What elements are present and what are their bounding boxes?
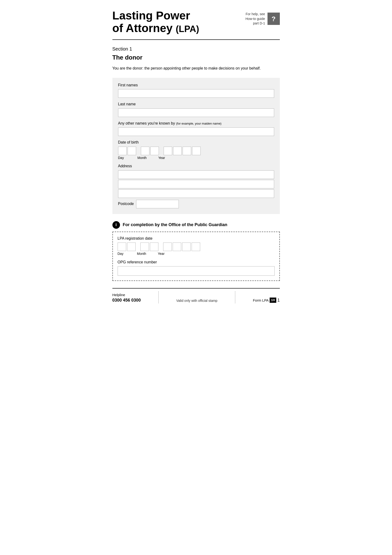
other-names-label: Any other names you're known by (for exa… [118, 121, 274, 126]
section-description: You are the donor: the person appointing… [112, 66, 280, 71]
footer-divider-left [158, 291, 159, 303]
date-of-birth-label: Date of birth [118, 140, 274, 145]
section-label: Section 1 [112, 45, 280, 52]
opg-year-label: Year [158, 252, 164, 256]
opg-ref-input[interactable] [118, 266, 275, 276]
postcode-row: Postcode [118, 200, 274, 208]
postcode-label: Postcode [118, 201, 134, 206]
opg-month-input-2[interactable] [150, 242, 158, 251]
last-name-label: Last name [118, 102, 274, 107]
footer-divider-right [235, 291, 235, 303]
opg-header: i For completion by the Office of the Pu… [112, 221, 280, 229]
opg-section: i For completion by the Office of the Pu… [112, 221, 280, 281]
year-input-4[interactable] [192, 147, 201, 155]
opg-month-label: Month [137, 252, 158, 256]
opg-year-input-4[interactable] [192, 242, 200, 251]
address-label: Address [118, 163, 274, 169]
opg-reg-date-label: LPA registration date [118, 236, 275, 241]
address-line-1[interactable] [118, 170, 274, 179]
opg-day-input-2[interactable] [127, 242, 136, 251]
year-input-3[interactable] [183, 147, 191, 155]
year-group [164, 147, 201, 155]
helpline-label: Helpline [112, 292, 141, 297]
opg-day-group [118, 242, 136, 251]
helpline-phone: 0300 456 0300 [112, 297, 141, 303]
header-divider [112, 39, 280, 40]
other-names-input[interactable] [118, 127, 274, 136]
main-title: Lasting Power of Attorney (LPA) [112, 9, 199, 35]
month-group [141, 147, 159, 155]
month-input-1[interactable] [141, 147, 150, 155]
opg-month-input-1[interactable] [140, 242, 149, 251]
footer-form-id: Form LPA 1H 1 [253, 297, 280, 303]
opg-year-input-3[interactable] [182, 242, 191, 251]
year-input-2[interactable] [173, 147, 182, 155]
page-header: Lasting Power of Attorney (LPA) For help… [112, 9, 280, 35]
opg-day-input-1[interactable] [118, 242, 126, 251]
day-input-1[interactable] [118, 147, 127, 155]
opg-day-label: Day [118, 252, 137, 256]
address-line-2[interactable] [118, 180, 274, 188]
day-group [118, 147, 136, 155]
day-input-2[interactable] [128, 147, 136, 155]
date-labels: Day Month Year [118, 156, 274, 161]
date-of-birth-row [118, 147, 274, 155]
page-number: 1 [277, 297, 280, 303]
opg-date-row [118, 242, 275, 251]
form-label: Form LPA [253, 298, 268, 303]
donor-form-section: First names Last name Any other names yo… [112, 78, 280, 214]
postcode-input[interactable] [136, 200, 179, 208]
first-names-input[interactable] [118, 89, 274, 98]
last-name-input[interactable] [118, 109, 274, 117]
help-text: For help, seeHow-to guidepart D-1 [245, 12, 265, 26]
help-icon: ? [268, 13, 280, 25]
opg-title: For completion by the Office of the Publ… [123, 222, 228, 228]
opg-year-group [163, 242, 200, 251]
section-title: The donor [112, 53, 280, 62]
month-label: Month [137, 156, 158, 161]
first-names-label: First names [118, 83, 274, 88]
opg-year-input-1[interactable] [163, 242, 172, 251]
opg-dashed-box: LPA registration date Day Month Year [112, 232, 280, 281]
opg-year-input-2[interactable] [173, 242, 181, 251]
help-box: For help, seeHow-to guidepart D-1 ? [245, 12, 280, 26]
day-label: Day [118, 156, 137, 161]
opg-date-labels: Day Month Year [118, 252, 275, 256]
address-line-3[interactable] [118, 189, 274, 198]
page-footer: Helpline 0300 456 0300 Valid only with o… [112, 288, 280, 303]
info-icon: i [112, 221, 120, 229]
opg-month-group [140, 242, 158, 251]
year-label: Year [158, 156, 165, 161]
year-input-1[interactable] [164, 147, 172, 155]
footer-helpline: Helpline 0300 456 0300 [112, 292, 141, 303]
form-code: 1H [270, 298, 277, 303]
footer-stamp: Valid only with official stamp [176, 299, 217, 303]
month-input-2[interactable] [150, 147, 159, 155]
opg-ref-label: OPG reference number [118, 260, 275, 265]
